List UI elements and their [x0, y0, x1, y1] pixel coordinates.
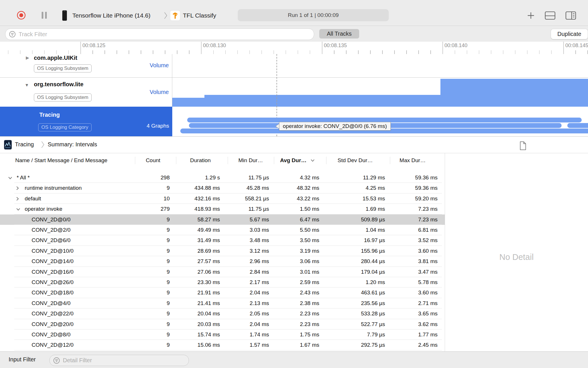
cell-value: 2.23 ms — [300, 321, 319, 327]
cell-value: 58.27 ms — [198, 216, 220, 223]
column-header-count[interactable]: Count — [146, 153, 160, 167]
column-divider[interactable] — [135, 157, 135, 164]
table-row-conv2d120[interactable]: CONV_2D@12/0915.06 ms1.57 ms1.67 ms292.7… — [0, 340, 445, 350]
table-row-operatorinvoke[interactable]: operator invoke279418.93 ms11.75 µs1.50 … — [0, 204, 445, 214]
detail-filter-input[interactable] — [62, 357, 189, 364]
cell-value: 9 — [167, 185, 170, 191]
column-header-name[interactable]: Name / Start Message / End Message — [15, 153, 107, 167]
column-divider[interactable] — [274, 157, 274, 164]
ruler-minor-tick — [189, 50, 189, 54]
add-instrument-button[interactable] — [526, 11, 536, 20]
track-filter-input[interactable] — [18, 31, 314, 38]
iphone-icon — [61, 10, 68, 21]
track-badge: OS Logging Category — [38, 123, 92, 131]
document-icon[interactable] — [519, 141, 527, 150]
ruler-minor-tick — [358, 50, 359, 54]
breadcrumb-chevron-icon — [164, 12, 168, 20]
table-row-conv2d60[interactable]: CONV_2D@6/0931.49 ms3.48 ms3.50 ms16.97 … — [0, 235, 445, 246]
target-process[interactable]: TFL Classify — [183, 12, 216, 19]
column-divider[interactable] — [390, 157, 390, 164]
column-divider[interactable] — [176, 157, 176, 164]
ruler-minor-tick — [587, 50, 588, 54]
ruler-minor-tick — [551, 50, 552, 54]
ruler-minor-tick — [370, 50, 371, 54]
table-row-conv2d100[interactable]: CONV_2D@10/0928.69 ms3.12 ms3.19 ms155.9… — [0, 246, 445, 256]
table-row-default[interactable]: default10432.16 ms558.21 µs43.22 ms15.53… — [0, 193, 445, 204]
track-graph-uikit[interactable] — [172, 54, 588, 77]
cell-value: 179.04 µs — [361, 269, 385, 275]
table-row-conv2d160[interactable]: CONV_2D@16/0927.06 ms2.84 ms3.01 ms179.0… — [0, 267, 445, 277]
record-icon — [16, 10, 26, 20]
column-header-std-dev-dur-[interactable]: Std Dev Dur… — [338, 153, 373, 167]
row-disclosure-collapsed-icon[interactable] — [16, 197, 19, 201]
summary-table: * All *2981.29 s11.75 µs4.32 ms11.29 ms5… — [0, 167, 445, 351]
track-header-uikit[interactable]: ▶ com.apple.UIKit OS Logging Subsystem V… — [0, 54, 172, 77]
breadcrumb-page[interactable]: Summary: Intervals — [48, 141, 97, 148]
track-tracing[interactable]: Tracing OS Logging Category 4 Graphs — [0, 107, 588, 136]
pause-button[interactable] — [40, 11, 48, 20]
table-row-conv2d40[interactable]: CONV_2D@4/0921.41 ms2.13 ms2.38 ms235.56… — [0, 298, 445, 308]
table-row-conv2d220[interactable]: CONV_2D@22/0920.04 ms2.05 ms2.23 ms533.2… — [0, 308, 445, 319]
column-divider[interactable] — [326, 157, 326, 164]
cell-value: 1.74 ms — [249, 331, 269, 338]
track-filter-field[interactable] — [5, 28, 314, 40]
timeline-ruler[interactable]: 00:08.12500:08.13000:08.13500:08.14000:0… — [0, 42, 588, 54]
table-row-conv2d140[interactable]: CONV_2D@14/0927.57 ms2.96 ms3.06 ms280.4… — [0, 256, 445, 267]
column-header-avg-dur-[interactable]: Avg Dur… — [280, 153, 315, 167]
toggle-bottom-pane-button[interactable] — [544, 11, 556, 20]
table-row-conv2d20[interactable]: CONV_2D@2/0949.49 ms3.03 ms5.50 ms1.04 m… — [0, 225, 445, 235]
row-disclosure-expanded-icon[interactable] — [16, 208, 20, 211]
ruler-minor-tick — [527, 50, 528, 54]
track-header-tracing[interactable]: Tracing OS Logging Category 4 Graphs — [0, 107, 172, 136]
column-header-min-dur-[interactable]: Min Dur… — [238, 153, 263, 167]
cell-value: 558.21 µs — [245, 195, 269, 202]
device-name: Tensorflow Lite iPhone (14.6) — [72, 12, 150, 19]
table-row-conv2d80[interactable]: CONV_2D@8/0915.74 ms1.74 ms1.75 ms7.79 µ… — [0, 329, 445, 340]
all-tracks-button[interactable]: All Tracks — [319, 29, 359, 39]
ruler-minor-tick — [274, 50, 274, 54]
cell-value: 5.78 ms — [418, 279, 438, 285]
record-button[interactable] — [16, 10, 26, 20]
cell-value: 31.49 ms — [198, 237, 220, 244]
cell-value: 1.50 ms — [300, 206, 319, 212]
ruler-minor-tick — [32, 50, 33, 54]
breadcrumb-instrument[interactable]: Tracing — [15, 141, 34, 148]
cell-value: 2.84 ms — [249, 269, 269, 275]
track-graph-tracing-intervals[interactable] — [172, 107, 588, 136]
ruler-minor-tick — [575, 50, 576, 54]
ruler-minor-tick — [117, 50, 117, 54]
row-disclosure-expanded-icon[interactable] — [8, 177, 12, 179]
cell-value: 2.04 ms — [249, 321, 269, 327]
detail-filter-field[interactable] — [49, 355, 189, 366]
column-divider[interactable] — [228, 157, 228, 164]
cell-value: 11.75 µs — [248, 175, 269, 181]
table-row-conv2d200[interactable]: CONV_2D@20/0920.03 ms2.04 ms2.23 ms522.7… — [0, 319, 445, 329]
track-org-tensorflow-lite[interactable]: ▼ org.tensorflow.lite OS Logging Subsyst… — [0, 77, 588, 107]
device-target-selector[interactable]: Tensorflow Lite iPhone (14.6) — [72, 12, 150, 19]
cell-value: 4.32 ms — [300, 175, 319, 181]
track-com-apple-uikit[interactable]: ▶ com.apple.UIKit OS Logging Subsystem V… — [0, 54, 588, 78]
cell-name: CONV_2D@12/0 — [32, 342, 74, 348]
table-row-all[interactable]: * All *2981.29 s11.75 µs4.32 ms11.29 ms5… — [0, 172, 445, 183]
row-disclosure-collapsed-icon[interactable] — [16, 186, 19, 190]
ruler-minor-tick — [382, 50, 383, 54]
track-badge: OS Logging Subsystem — [34, 64, 92, 72]
ruler-tick-label: 00:08.145 — [565, 43, 588, 49]
cell-value: 3.65 ms — [418, 310, 438, 317]
table-row-conv2d00[interactable]: CONV_2D@0/0958.27 ms5.67 ms6.47 ms509.89… — [0, 214, 445, 225]
column-header-duration[interactable]: Duration — [190, 153, 211, 167]
table-row-conv2d180[interactable]: CONV_2D@18/0921.91 ms2.04 ms2.43 ms463.6… — [0, 288, 445, 298]
toggle-right-pane-button[interactable] — [565, 11, 577, 20]
table-row-conv2d260[interactable]: CONV_2D@26/0923.30 ms2.17 ms2.59 ms1.20 … — [0, 277, 445, 288]
disclosure-expanded-icon[interactable]: ▼ — [25, 83, 29, 87]
table-row-runtimeinstrumentation[interactable]: runtime instrumentation9434.88 ms45.28 m… — [0, 183, 445, 193]
cell-value: 533.28 µs — [361, 310, 385, 317]
column-header-max-dur-[interactable]: Max Dur… — [400, 153, 426, 167]
ruler-minor-tick — [20, 50, 21, 54]
ruler-major-tick — [442, 42, 443, 54]
duplicate-button[interactable]: Duplicate — [551, 29, 588, 39]
detail-filter-bar: Input Filter — [0, 351, 588, 368]
track-header-tensorflow[interactable]: ▼ org.tensorflow.lite OS Logging Subsyst… — [0, 77, 172, 107]
track-graph-tensorflow-volume[interactable] — [172, 77, 588, 107]
disclosure-collapsed-icon[interactable]: ▶ — [26, 55, 29, 60]
